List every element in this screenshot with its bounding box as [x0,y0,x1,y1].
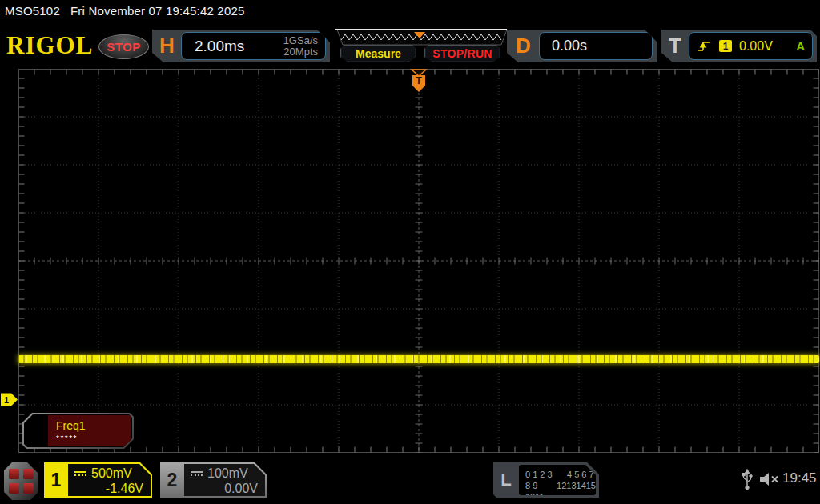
acquisition-info: 1GSa/s 20Mpts [283,35,325,58]
menu-square-icon [23,469,34,479]
usb-icon [742,469,753,490]
rising-edge-trigger-icon [697,40,712,53]
logic-row1-left: 0 1 2 3 [525,469,567,480]
ch1-marker-label: 1 [4,395,9,405]
trigger-source-badge: 1 [719,40,732,52]
rigol-logo: RIGOL [6,31,93,60]
logic-row1-right: 4 5 6 7 [567,469,594,480]
channel2-scale: 100mV [207,466,248,481]
menu-square-icon [23,483,34,494]
channel1-scale: 500mV [91,466,132,481]
menu-square-icon [9,483,19,494]
trigger-label: T [669,30,681,62]
channel2-info: 100mV 0.00V [184,464,265,496]
logic-row2-right: 12131415 [557,480,596,502]
sample-rate: 1GSa/s [283,34,318,46]
timebase-value: 2.00ms [182,38,283,55]
channel2-number: 2 [160,462,184,498]
oscilloscope-screen: MSO5102 Fri November 07 19:45:42 2025 RI… [0,0,820,504]
logic-channels-badge[interactable]: L 0 1 2 3 4 5 6 7 8 9 1011 12131415 [493,462,599,498]
channel1-info: 500mV -1.46V [68,464,151,496]
model-name: MSO5102 [5,4,60,18]
delay-label: D [516,30,531,62]
channel2-badge[interactable]: 2 100mV 0.00V [160,462,267,498]
dc-coupling-icon [191,471,203,476]
memory-position-strip[interactable] [332,29,508,46]
clock: 19:45 [782,470,817,486]
menu-square-icon [9,469,19,479]
delay-settings-button[interactable]: D 0.00s [507,30,657,62]
channel1-number: 1 [44,462,68,498]
trigger-mode: A [796,39,805,53]
logic-label: L [493,462,519,498]
trigger-panel: 1 0.00V A [689,32,813,60]
menu-grid-icon [9,469,34,494]
ch1-trace [18,355,819,363]
trigger-level-value: 0.00V [739,39,773,54]
trigger-position-marker[interactable]: T [410,69,428,94]
run-state-badge: STOP [98,34,149,59]
ch1-offset-marker[interactable]: 1 [1,393,18,406]
graticule [18,69,819,453]
measurement-box[interactable]: Freq1 ***** [22,413,134,449]
logic-channels-panel: 0 1 2 3 4 5 6 7 8 9 1011 12131415 [519,465,596,495]
measurement-value: ***** [56,434,131,443]
memory-strip-frame [337,30,507,45]
channel1-offset: -1.46V [68,482,151,496]
trigger-settings-button[interactable]: T 1 0.00V A [661,30,817,62]
channel2-offset: 0.00V [184,482,265,496]
graticule-edge-ticks [22,72,819,453]
dc-coupling-icon [74,471,86,476]
graticule-center-axes [18,69,819,453]
memory-depth: 20Mpts [283,46,318,58]
delay-panel: 0.00s [539,32,653,60]
measure-button[interactable]: Measure [340,45,416,62]
speaker-muted-icon [759,471,780,487]
horizontal-panel: 2.00ms 1GSa/s 20Mpts [181,32,326,60]
channel1-badge[interactable]: 1 500mV -1.46V [44,462,152,498]
trigger-flag-label: T [416,74,422,86]
measurement-box-inner: Freq1 ***** [24,414,132,447]
red-squares-menu-icon[interactable] [4,462,38,500]
datetime-text: Fri November 07 19:45:42 2025 [70,4,245,18]
horizontal-settings-button[interactable]: H 2.00ms 1GSa/s 20Mpts [152,30,330,62]
delay-value: 0.00s [540,38,587,54]
measurement-name: Freq1 [56,419,131,432]
title-bar: MSO5102 Fri November 07 19:45:42 2025 [5,4,245,18]
stop-run-button[interactable]: STOP/RUN [424,45,500,62]
horizontal-label: H [159,30,175,62]
measurement-panel: Freq1 ***** [48,415,131,446]
logic-row2-left: 8 9 1011 [525,480,557,502]
